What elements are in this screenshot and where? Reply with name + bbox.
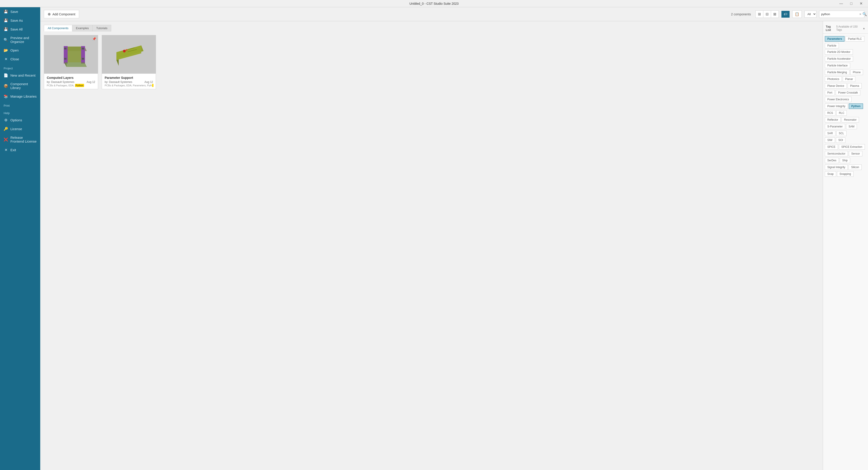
tag-chip-soi[interactable]: SOI	[836, 137, 846, 143]
tag-row: Particle Interface	[823, 62, 868, 69]
minimize-button[interactable]: —	[837, 0, 845, 6]
tag-chip-plasma[interactable]: Plasma	[848, 83, 862, 89]
svg-rect-5	[64, 48, 66, 50]
parameter-support-thumbnail	[111, 40, 147, 69]
tab-all-components[interactable]: All Components	[44, 25, 72, 31]
cards-container: 📌	[44, 35, 819, 89]
tag-chip-particle-2d-monitor[interactable]: Particle 2D Monitor	[825, 49, 853, 55]
tag-chip-python[interactable]: Python	[849, 103, 863, 109]
maximize-button[interactable]: □	[848, 0, 854, 6]
tag-chip-power-integrity[interactable]: Power Integrity	[825, 103, 848, 109]
tag-chip-particle-merging[interactable]: Particle Merging	[825, 70, 849, 75]
computed-layers-thumbnail	[53, 40, 89, 69]
tag-chip-silicon[interactable]: Silicon	[848, 164, 862, 170]
tag-chip-spice[interactable]: SPICE	[825, 144, 838, 150]
svg-marker-9	[64, 62, 87, 67]
tag-row: SARSCL	[823, 130, 868, 137]
sidebar-item-open[interactable]: 📂 Open	[0, 46, 40, 55]
tag-list-count: 5 Available of 150 Tags	[836, 25, 863, 31]
author-date: Aug 12	[145, 81, 153, 84]
tag-chip-sensor[interactable]: Sensor	[849, 151, 862, 156]
tag-chip-parameters[interactable]: Parameters	[825, 36, 844, 41]
tag-chip-snap[interactable]: Snap	[825, 171, 836, 177]
view-grid-medium-button[interactable]: ⊟	[763, 11, 771, 18]
tab-tutorials[interactable]: Tutorials	[92, 25, 111, 31]
tab-examples[interactable]: Examples	[72, 25, 92, 31]
tag-chip-siw[interactable]: SIW	[825, 137, 835, 143]
tag-chip-rlc[interactable]: RLC	[836, 110, 847, 116]
tag-row: SIWSOI	[823, 137, 868, 144]
view-grid-large-button[interactable]: ⊞	[756, 11, 763, 18]
tags-highlight: Python	[75, 84, 84, 87]
sidebar-item-component-library[interactable]: 📦 Component Library	[0, 80, 40, 92]
add-component-icon: ⊕	[48, 12, 51, 16]
tag-chip-s-parameter[interactable]: S-Parameter	[825, 124, 845, 129]
tag-chip-spice-extraction[interactable]: SPICE Extraction	[839, 144, 865, 150]
card-author: by: Dassault Systemes Aug 12	[105, 81, 153, 84]
tag-chip-serdes[interactable]: SerDes	[825, 158, 839, 163]
tag-row: RCSRLC	[823, 109, 868, 116]
preview-icon: 🔍	[4, 38, 8, 42]
add-component-button[interactable]: ⊕ Add Component	[44, 10, 79, 18]
tag-chip-power-electronics[interactable]: Power Electronics	[825, 97, 851, 102]
tag-chip-sar[interactable]: SAR	[825, 131, 835, 136]
sidebar-item-exit[interactable]: ✕ Exit	[0, 146, 40, 154]
sidebar-item-label: Exit	[10, 148, 16, 152]
tag-chip-photonics[interactable]: Photonics	[825, 76, 842, 82]
copy-button[interactable]: 📋	[792, 10, 802, 18]
sidebar-item-new-recent[interactable]: 📄 New and Recent	[0, 71, 40, 80]
sidebar-item-release-frontend[interactable]: ❌ Release Frontend License	[0, 133, 40, 146]
tag-chip-rcs[interactable]: RCS	[825, 110, 835, 116]
tag-scroll-up-button[interactable]: ▲	[863, 27, 865, 30]
svg-rect-8	[82, 58, 84, 60]
filter-dropdown[interactable]: All	[804, 11, 816, 18]
tag-chip-sam[interactable]: SAM	[846, 124, 857, 129]
tag-chip-snapping[interactable]: Snapping	[837, 171, 854, 177]
sidebar-item-label: Options	[10, 118, 22, 122]
sidebar-item-label: License	[10, 127, 22, 131]
sidebar-item-label: Component Library	[10, 82, 37, 90]
tag-chip-ship[interactable]: Ship	[840, 158, 850, 163]
tag-row: PortPower Crosstalk	[823, 89, 868, 96]
sidebar-item-save[interactable]: 💾 Save	[0, 7, 40, 16]
license-icon: 🔑	[4, 127, 8, 131]
tag-row: ReflectorResonator	[823, 116, 868, 123]
card-thumbnail-computed-layers	[44, 35, 98, 74]
search-icon[interactable]: 🔍	[862, 12, 867, 16]
tag-chip-particle[interactable]: Particle	[825, 43, 839, 49]
tag-chip-signal-integrity[interactable]: Signal Integrity	[825, 164, 848, 170]
tag-chip-planar-device[interactable]: Planar Device	[825, 83, 847, 89]
tag-filter-button[interactable]: 🏷	[781, 11, 789, 18]
tag-chip-reflector[interactable]: Reflector	[825, 117, 841, 123]
release-icon: ❌	[4, 137, 8, 142]
tag-chip-port[interactable]: Port	[825, 90, 835, 95]
tag-chip-particle-accelerator[interactable]: Particle Accelerator	[825, 56, 853, 61]
sidebar-item-options[interactable]: ⚙ Options	[0, 116, 40, 125]
tag-chip-planar[interactable]: Planar	[843, 76, 856, 82]
tag-row: Power Electronics	[823, 96, 868, 103]
component-card-parameter-support[interactable]: Parameter Support by: Dassault Systemes …	[102, 35, 156, 89]
tag-chip-phone[interactable]: Phone	[850, 70, 863, 75]
tag-chip-resonator[interactable]: Resonator	[842, 117, 859, 123]
tag-chip-particle-interface[interactable]: Particle Interface	[825, 63, 850, 68]
sidebar-item-license[interactable]: 🔑 License	[0, 125, 40, 133]
tag-chip-partial-rlc[interactable]: Partial RLC	[845, 36, 864, 41]
sidebar-item-save-all[interactable]: 💾 Save All	[0, 25, 40, 34]
sidebar-item-manage-libraries[interactable]: 📚 Manage Libraries	[0, 92, 40, 101]
sidebar-item-close[interactable]: ✕ Close	[0, 55, 40, 63]
close-button[interactable]: ✕	[858, 0, 864, 6]
tag-chip-power-crosstalk[interactable]: Power Crosstalk	[836, 90, 860, 95]
sidebar-item-preview-organize[interactable]: 🔍 Preview and Organize	[0, 34, 40, 46]
tag-row: Power IntegrityPython	[823, 103, 868, 109]
tag-chip-semiconductor[interactable]: Semiconductor	[825, 151, 848, 156]
sidebar-item-label: Save	[10, 10, 18, 13]
open-icon: 📂	[4, 48, 8, 53]
search-input[interactable]	[821, 12, 859, 16]
tag-chip-scl[interactable]: SCL	[836, 131, 846, 136]
view-grid-small-button[interactable]: ⊠	[771, 11, 778, 18]
tag-row: Particle Accelerator	[823, 55, 868, 62]
sidebar-item-save-as[interactable]: 💾 Save As	[0, 16, 40, 25]
tags-highlight	[152, 84, 153, 87]
component-card-computed-layers[interactable]: 📌	[44, 35, 98, 89]
search-clear-icon[interactable]: ✕	[859, 13, 862, 16]
